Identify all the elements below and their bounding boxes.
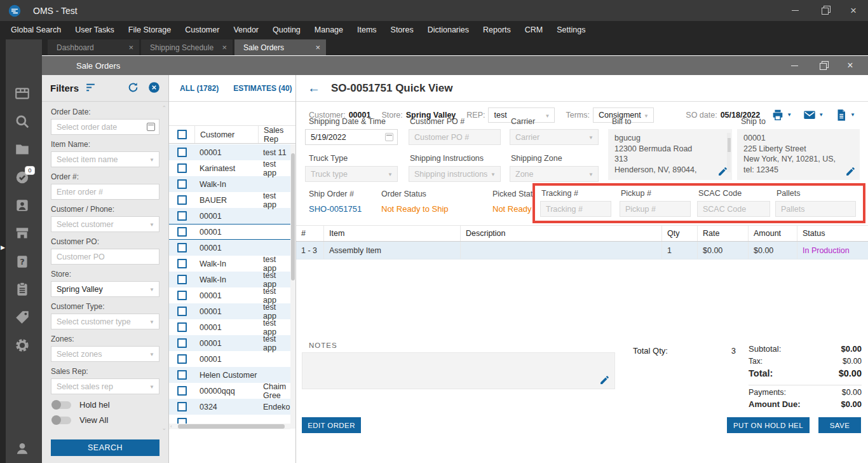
order-row[interactable]: BAUERtest app [169,192,290,208]
sidebar-settings-gear-icon[interactable] [14,337,31,354]
row-checkbox[interactable] [177,259,187,268]
tab-close-icon[interactable]: × [128,43,133,52]
carrier-select[interactable]: ▼ [510,129,599,145]
row-checkbox[interactable] [177,148,187,157]
order-row[interactable]: 00001test app [169,303,290,319]
menu-item-global-search[interactable]: Global Search [4,21,68,39]
row-checkbox[interactable] [177,179,187,189]
order-row[interactable]: 00001test app [169,287,290,303]
sidebar-help-clipboard-icon[interactable]: ? [14,253,31,270]
shipping-date-input[interactable] [305,129,398,145]
ship-to-address[interactable]: 00001225 Liberty StreetNew York, NY, 102… [737,129,860,180]
sidebar-tag-icon[interactable] [14,309,31,326]
order-row[interactable]: 00001test 11 [169,144,290,160]
row-checkbox[interactable] [177,307,187,316]
save-button[interactable]: SAVE [818,417,861,433]
menu-item-items[interactable]: Items [350,21,384,39]
menu-item-vendor[interactable]: Vendor [226,21,266,39]
email-button[interactable]: ▼ [803,108,824,122]
refresh-icon[interactable] [127,81,139,95]
row-checkbox[interactable] [177,195,187,205]
put-on-hold-button[interactable]: PUT ON HOLD HEL [727,417,810,433]
highlight-input[interactable] [781,205,850,214]
select-all-checkbox[interactable] [177,130,187,139]
order-row[interactable]: 00001 [169,240,290,256]
row-checkbox[interactable] [177,354,187,364]
row-checkbox[interactable] [177,322,187,332]
order-row[interactable]: Helen Customer [169,367,290,383]
inner-minimize-button[interactable] [780,56,808,75]
highlight-input[interactable] [546,205,606,214]
menu-item-dictionaries[interactable]: Dictionaries [421,21,476,39]
sidebar-store-icon[interactable] [14,225,31,242]
sidebar-tasks-check-icon[interactable]: 0 [14,169,31,186]
menu-item-settings[interactable]: Settings [550,21,592,39]
row-checkbox[interactable] [177,163,187,173]
tab-shipping-schedule[interactable]: Shipping Schedule× [141,39,233,55]
order-row[interactable]: 00001test app [169,335,290,351]
notes-textarea[interactable] [302,352,615,389]
filter-input[interactable] [57,285,145,294]
back-arrow-icon[interactable]: ← [308,81,320,95]
filter-input[interactable] [57,252,145,261]
truck-type-select[interactable]: ▼ [305,166,398,182]
sidebar-user-icon[interactable] [14,440,31,457]
filter-select[interactable]: ▼ [51,378,159,394]
scroll-left-icon[interactable]: ‹ [170,424,172,429]
row-checkbox[interactable] [177,227,187,237]
menu-item-user-tasks[interactable]: User Tasks [68,21,121,39]
email-dropdown-icon[interactable]: ▼ [818,112,824,118]
shipping-zone-select[interactable]: ▼ [510,166,599,182]
scroll-down-icon[interactable]: ⌄ [161,425,166,431]
order-row[interactable] [169,415,290,424]
filter-select[interactable]: ▼ [51,216,159,232]
edit-bill-to-icon[interactable] [717,166,728,177]
filter-date-input[interactable] [51,119,159,135]
row-checkbox[interactable] [177,211,187,221]
close-filters-icon[interactable] [148,81,160,95]
customer-po-input[interactable] [409,129,501,145]
tab-close-icon[interactable]: × [222,43,227,52]
orders-tab-all[interactable]: ALL (1782) [180,84,219,93]
order-row[interactable]: 0324Endeko [169,399,290,415]
row-checkbox[interactable] [177,386,187,396]
menu-item-stores[interactable]: Stores [384,21,421,39]
row-checkbox[interactable] [177,338,187,348]
sidebar-expand-arrow[interactable]: ▶ [0,244,6,251]
filter-input[interactable] [57,382,145,391]
row-checkbox[interactable] [177,402,187,411]
toggle-switch[interactable] [52,417,71,424]
document-button[interactable]: ▼ [834,108,855,122]
filter-input[interactable] [57,317,145,326]
sidebar-folder-icon[interactable] [14,141,31,158]
inner-close-button[interactable]: × [836,56,864,75]
menu-item-file-storage[interactable]: File Storage [121,21,178,39]
filter-input[interactable] [57,123,145,132]
sidebar-contacts-icon[interactable] [14,197,31,214]
order-row[interactable]: Walk-Intest app [169,272,290,287]
vertical-scrollbar[interactable] [290,144,295,429]
toggle-hold-hel[interactable]: Hold hel [52,400,159,410]
order-row[interactable]: 00001 [169,224,290,240]
order-row[interactable]: 00001 [169,208,290,224]
filter-text-input[interactable] [51,184,159,200]
highlight-input-pickup[interactable] [620,201,691,217]
highlight-input-tracking[interactable] [540,201,611,217]
filter-input[interactable] [57,155,145,164]
sidebar-search-icon[interactable] [14,113,31,130]
menu-item-quoting[interactable]: Quoting [266,21,308,39]
row-checkbox[interactable] [177,291,187,300]
search-button[interactable]: SEARCH [51,439,159,456]
edit-ship-to-icon[interactable] [845,166,856,177]
edit-order-button[interactable]: EDIT ORDER [302,417,361,433]
column-header-sales-rep[interactable]: Sales Rep [258,126,295,143]
sidebar-clipboard-icon[interactable] [14,281,31,298]
filter-text-input[interactable] [51,249,159,265]
toggle-view-all[interactable]: View All [52,415,159,425]
row-checkbox[interactable] [177,275,187,284]
filter-select[interactable]: ▼ [51,281,159,297]
scroll-up-icon[interactable]: ⌃ [161,105,166,111]
column-header-customer[interactable]: Customer [194,126,258,143]
horizontal-scrollbar[interactable]: ‹ [169,424,290,429]
menu-item-manage[interactable]: Manage [308,21,350,39]
